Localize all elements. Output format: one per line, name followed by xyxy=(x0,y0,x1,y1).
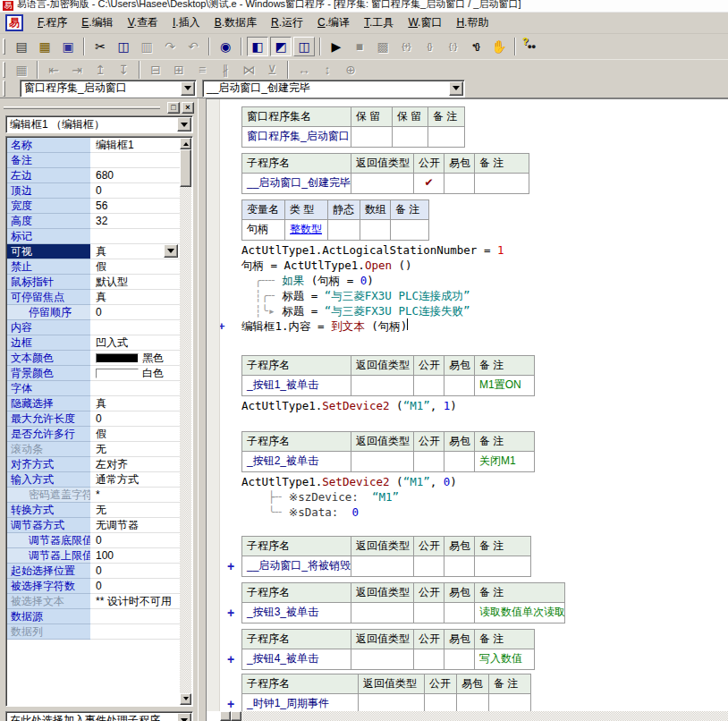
run-icon[interactable]: ▶ xyxy=(326,37,347,56)
property-value[interactable]: 0 xyxy=(91,533,180,548)
insert-marker[interactable] xyxy=(220,106,241,148)
property-value[interactable]: 无 xyxy=(91,442,180,457)
table-cell[interactable] xyxy=(425,694,457,711)
table-cell[interactable]: _按钮2_被单击 xyxy=(242,452,351,471)
scroll-left-icon[interactable] xyxy=(220,711,231,721)
property-row[interactable]: 滚动条无 xyxy=(7,442,180,457)
table-cell[interactable] xyxy=(444,603,475,623)
panel-grip[interactable] xyxy=(4,106,160,109)
chevron-down-icon[interactable] xyxy=(449,81,463,96)
find-icon[interactable]: ◉ xyxy=(215,37,236,56)
property-value[interactable]: 凹入式 xyxy=(91,335,180,351)
property-value[interactable]: ** 设计时不可用 xyxy=(91,594,180,609)
property-row[interactable]: 停留顺序0 xyxy=(7,305,180,320)
equal-vertical-gap-icon[interactable]: ⊻ xyxy=(261,61,283,78)
table-cell[interactable] xyxy=(351,127,393,147)
table-cell[interactable] xyxy=(328,220,360,240)
property-value[interactable] xyxy=(91,320,180,335)
align-left-icon[interactable]: ⇤ xyxy=(43,61,64,78)
table-cell[interactable]: _时钟1_周期事件 xyxy=(242,694,359,711)
chevron-down-icon[interactable] xyxy=(177,713,191,721)
property-row[interactable]: 高度32 xyxy=(7,214,180,229)
run-to-cursor-icon[interactable]: *{} xyxy=(465,37,487,56)
align-top-icon[interactable]: ↥ xyxy=(89,61,111,78)
table-cell[interactable]: 关闭M1 xyxy=(475,452,534,471)
line-marker[interactable] xyxy=(220,489,241,505)
property-value[interactable]: 真 xyxy=(91,290,180,305)
center-horizontal-icon[interactable]: ⊟ xyxy=(145,61,166,78)
code-line[interactable]: ↓ +编辑框1.内容 = 到文本 (句柄) xyxy=(220,318,504,334)
insert-marker[interactable] xyxy=(220,199,241,241)
redo-icon[interactable]: ↷ xyxy=(159,37,181,56)
routine-combobox[interactable]: __启动窗口_创建完毕 xyxy=(202,80,465,98)
table-cell[interactable] xyxy=(351,174,414,193)
line-marker[interactable] xyxy=(220,242,241,258)
property-row[interactable]: 隐藏选择真 xyxy=(7,396,180,411)
step-over-icon[interactable]: {} xyxy=(419,37,440,56)
property-row[interactable]: 数据列 xyxy=(7,624,180,640)
table-cell[interactable]: _按钮4_被单击 xyxy=(242,649,351,669)
property-value[interactable]: 假 xyxy=(91,427,180,442)
property-row[interactable]: 宽度56 xyxy=(7,199,180,214)
layout-form-icon[interactable]: ◧ xyxy=(247,37,268,56)
property-row[interactable]: 顶边0 xyxy=(7,183,180,199)
table-cell[interactable] xyxy=(489,694,530,711)
property-value[interactable] xyxy=(91,153,180,168)
property-value[interactable]: 真 xyxy=(91,244,180,259)
help-search-icon[interactable]: ●●? xyxy=(521,37,542,56)
table-cell[interactable] xyxy=(351,603,414,623)
space-across-icon[interactable]: ≡ xyxy=(191,61,213,78)
align-bottom-icon[interactable]: ↧ xyxy=(113,61,134,78)
property-value[interactable]: 假 xyxy=(91,259,180,275)
property-row[interactable]: 密码遮盖字符* xyxy=(7,488,180,503)
insert-marker[interactable] xyxy=(220,153,241,194)
object-selector-combobox[interactable]: 编辑框1 （编辑框） xyxy=(5,115,193,133)
table-cell[interactable] xyxy=(414,376,444,395)
debug-window-icon[interactable]: ▩ xyxy=(372,37,394,56)
property-row[interactable]: 背景颜色白色 xyxy=(7,366,180,381)
table-cell[interactable]: 写入数值 xyxy=(475,649,534,669)
menu-item-T[interactable]: T.工具 xyxy=(357,13,401,33)
code-line[interactable]: ActUtlType1.SetDevice2 (“M1”, 0) xyxy=(220,474,457,489)
property-value[interactable]: 黑色 xyxy=(91,351,180,366)
property-row[interactable]: 可停留焦点真 xyxy=(7,290,180,305)
line-marker[interactable] xyxy=(220,505,241,520)
line-marker[interactable] xyxy=(220,398,241,413)
property-row[interactable]: 左边680 xyxy=(7,168,180,183)
insert-marker[interactable]: + xyxy=(220,536,241,577)
stop-icon[interactable]: ■ xyxy=(349,37,370,56)
property-row[interactable]: 标记 xyxy=(7,229,180,244)
property-row[interactable]: 调节器底限值0 xyxy=(7,533,180,548)
pause-hand-icon[interactable]: ✋ xyxy=(488,37,510,56)
property-row[interactable]: 转换方式无 xyxy=(7,503,180,518)
table-cell[interactable] xyxy=(444,452,475,471)
property-row[interactable]: 是否允许多行假 xyxy=(7,427,180,442)
align-right-icon[interactable]: ⇥ xyxy=(66,61,88,78)
code-line[interactable]: ╰╌ ※sData: 0 xyxy=(220,505,457,520)
line-marker[interactable] xyxy=(220,474,241,489)
property-row[interactable]: 被选择字符数0 xyxy=(7,579,180,594)
property-row[interactable]: 边框凹入式 xyxy=(7,335,180,351)
property-row[interactable]: 文本颜色黑色 xyxy=(7,351,180,366)
chevron-down-icon[interactable] xyxy=(164,244,178,258)
toolbar-drag-handle[interactable] xyxy=(3,38,5,55)
code-line[interactable]: ActUtlType1.SetDevice2 (“M1”, 1) xyxy=(220,398,457,413)
menu-item-I[interactable]: I.插入 xyxy=(165,13,207,33)
property-row[interactable]: 起始选择位置0 xyxy=(7,564,180,579)
new-file-icon[interactable]: ▤ xyxy=(11,37,32,56)
insert-marker[interactable]: + xyxy=(220,582,241,623)
chevron-down-icon[interactable] xyxy=(177,117,191,131)
line-marker[interactable] xyxy=(220,258,241,273)
table-cell[interactable] xyxy=(457,694,489,711)
panel-close-icon[interactable]: × xyxy=(182,102,194,114)
insert-marker[interactable] xyxy=(220,355,241,396)
table-cell[interactable] xyxy=(444,556,475,576)
scrollbar-thumb[interactable] xyxy=(180,149,191,187)
table-cell[interactable] xyxy=(444,174,475,193)
code-line[interactable]: 句柄 = ActUtlType1.Open () xyxy=(220,258,504,273)
property-value[interactable]: 编辑框1 xyxy=(91,138,180,153)
property-value[interactable]: 56 xyxy=(91,199,180,214)
property-value[interactable]: 默认型 xyxy=(91,275,180,290)
table-cell[interactable] xyxy=(414,649,444,669)
property-row[interactable]: 调节器上限值100 xyxy=(7,548,180,564)
